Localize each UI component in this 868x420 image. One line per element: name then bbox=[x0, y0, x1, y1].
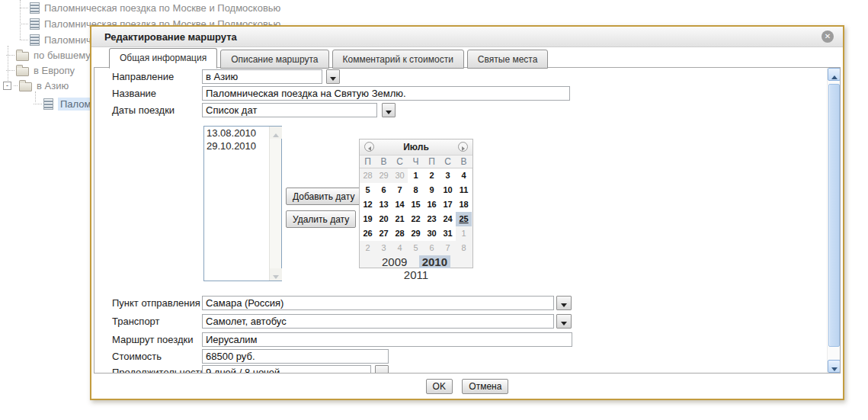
calendar-day[interactable]: 6 bbox=[376, 183, 392, 197]
scrollbar-down-icon[interactable] bbox=[828, 360, 841, 373]
dates-listbox[interactable]: 13.08.2010 29.10.2010 bbox=[203, 126, 282, 281]
calendar-day[interactable]: 4 bbox=[392, 241, 408, 255]
calendar-day[interactable]: 6 bbox=[424, 241, 440, 255]
price-input[interactable] bbox=[202, 349, 389, 364]
form-scrollbar[interactable] bbox=[827, 68, 840, 373]
tree-item[interactable]: Паломнич bbox=[20, 32, 91, 47]
calendar-day[interactable]: 2 bbox=[424, 168, 440, 183]
calendar-year-selected[interactable]: 2010 bbox=[419, 255, 450, 268]
tab-route-description[interactable]: Описание маршрута bbox=[220, 50, 328, 69]
calendar-day[interactable]: 14 bbox=[392, 197, 408, 212]
calendar-year[interactable]: 2009 bbox=[382, 255, 407, 268]
calendar-day[interactable]: 8 bbox=[408, 183, 424, 197]
calendar-day[interactable]: 11 bbox=[456, 183, 472, 197]
duration-combo-trigger[interactable] bbox=[375, 365, 389, 374]
calendar-prev-month-icon[interactable] bbox=[364, 142, 374, 152]
direction-combo-trigger[interactable] bbox=[326, 69, 340, 84]
calendar-day[interactable]: 5 bbox=[408, 241, 424, 255]
scroll-down-icon[interactable] bbox=[270, 268, 282, 281]
calendar-day[interactable]: 29 bbox=[408, 226, 424, 241]
scrollbar-thumb[interactable] bbox=[828, 84, 840, 347]
calendar-day[interactable]: 7 bbox=[440, 241, 456, 255]
calendar-day[interactable]: 18 bbox=[456, 197, 472, 212]
calendar-day[interactable]: 27 bbox=[376, 226, 392, 241]
add-date-button[interactable]: Добавить дату bbox=[286, 188, 361, 205]
tree-item[interactable]: - в Азию bbox=[3, 78, 69, 93]
tree-connector bbox=[20, 24, 28, 24]
calendar-day[interactable]: 29 bbox=[376, 168, 392, 183]
calendar-day[interactable]: 31 bbox=[440, 226, 456, 241]
departure-combo-trigger[interactable] bbox=[556, 296, 572, 310]
tab-price-comment[interactable]: Комментарий к стоимости bbox=[332, 50, 464, 69]
ok-button[interactable]: OK bbox=[426, 379, 453, 394]
calendar-day[interactable]: 16 bbox=[424, 197, 440, 212]
dates-combo-input[interactable] bbox=[202, 103, 377, 117]
calendar-grid: 2829301234567891011121314151617181920212… bbox=[360, 168, 472, 255]
listbox-scrollbar[interactable] bbox=[269, 127, 281, 281]
folder-icon bbox=[19, 82, 32, 91]
tree-connector bbox=[34, 104, 42, 104]
dates-combo-trigger[interactable] bbox=[382, 103, 396, 117]
tab-holy-places[interactable]: Святые места bbox=[467, 50, 549, 69]
calendar-day[interactable]: 2 bbox=[360, 241, 376, 255]
tree-item[interactable]: по бывшему bbox=[6, 47, 91, 63]
calendar-day[interactable]: 5 bbox=[360, 183, 376, 197]
calendar-day-selected[interactable]: 25 bbox=[456, 212, 472, 226]
calendar-day[interactable]: 21 bbox=[392, 212, 408, 226]
edit-route-dialog: Редактирование маршрута ✕ Общая информац… bbox=[90, 25, 844, 400]
calendar-day[interactable]: 15 bbox=[408, 197, 424, 212]
scroll-up-icon[interactable] bbox=[270, 127, 282, 139]
chevron-down-icon bbox=[561, 322, 567, 325]
calendar-day[interactable]: 3 bbox=[440, 168, 456, 183]
cancel-button[interactable]: Отмена bbox=[462, 379, 508, 394]
calendar-day[interactable]: 3 bbox=[376, 241, 392, 255]
dialog-title: Редактирование маршрута bbox=[91, 27, 237, 43]
direction-combo-input[interactable] bbox=[202, 69, 322, 84]
calendar-day[interactable]: 30 bbox=[392, 168, 408, 183]
chevron-up-icon bbox=[273, 133, 279, 137]
transport-combo-trigger[interactable] bbox=[556, 314, 572, 329]
remove-date-button[interactable]: Удалить дату bbox=[286, 210, 356, 228]
calendar-weekday: П bbox=[424, 155, 440, 168]
name-input[interactable] bbox=[202, 86, 570, 101]
calendar-day[interactable]: 7 bbox=[392, 183, 408, 197]
route-input[interactable] bbox=[202, 332, 572, 347]
calendar-day[interactable]: 8 bbox=[456, 241, 472, 255]
calendar-year[interactable]: 2011 bbox=[404, 268, 428, 281]
calendar-day[interactable]: 26 bbox=[360, 226, 376, 241]
calendar-day[interactable]: 10 bbox=[440, 183, 456, 197]
departure-combo-input[interactable] bbox=[202, 296, 554, 310]
document-icon bbox=[30, 18, 40, 30]
calendar-day[interactable]: 12 bbox=[360, 197, 376, 212]
dialog-titlebar[interactable]: Редактирование маршрута ✕ bbox=[91, 27, 843, 47]
scrollbar-up-icon[interactable] bbox=[828, 68, 841, 81]
calendar-weekday: П bbox=[360, 155, 376, 168]
calendar-day[interactable]: 20 bbox=[376, 212, 392, 226]
close-icon[interactable]: ✕ bbox=[822, 30, 834, 43]
tree-item[interactable]: Паломническая поездка по Москве и Подмос… bbox=[20, 0, 280, 15]
calendar-day[interactable]: 19 bbox=[360, 212, 376, 226]
tree-item[interactable]: в Европу bbox=[6, 63, 75, 78]
calendar-day[interactable]: 30 bbox=[424, 226, 440, 241]
collapse-icon[interactable]: - bbox=[3, 82, 11, 90]
calendar-day[interactable]: 1 bbox=[456, 226, 472, 241]
duration-label: Продолжительность bbox=[112, 367, 205, 374]
calendar-day[interactable]: 4 bbox=[456, 168, 472, 183]
calendar-next-month-icon[interactable] bbox=[458, 142, 468, 152]
tab-general-info[interactable]: Общая информация bbox=[109, 48, 217, 69]
calendar-day[interactable]: 24 bbox=[440, 212, 456, 226]
transport-combo-input[interactable] bbox=[202, 314, 554, 329]
calendar: Июль ПВСЧПСВ 282930123456789101112131415… bbox=[359, 139, 473, 268]
calendar-day[interactable]: 17 bbox=[440, 197, 456, 212]
duration-combo-input[interactable] bbox=[202, 365, 371, 374]
calendar-day[interactable]: 22 bbox=[408, 212, 424, 226]
calendar-day[interactable]: 28 bbox=[360, 168, 376, 183]
calendar-day[interactable]: 13 bbox=[376, 197, 392, 212]
calendar-day[interactable]: 9 bbox=[424, 183, 440, 197]
form-panel: Направление Название Даты поездки 13.08.… bbox=[94, 67, 841, 374]
chevron-down-icon bbox=[386, 111, 392, 114]
calendar-day[interactable]: 23 bbox=[424, 212, 440, 226]
calendar-day[interactable]: 28 bbox=[392, 226, 408, 241]
calendar-day[interactable]: 1 bbox=[408, 168, 424, 183]
tree-item-label: в Азию bbox=[37, 80, 69, 91]
